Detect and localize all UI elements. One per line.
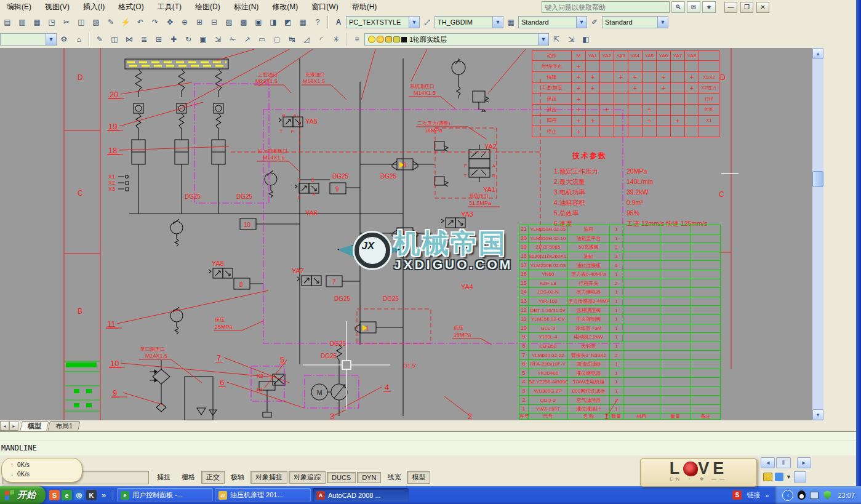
preview-icon[interactable]: ▥ [15, 15, 29, 29]
browser-icon[interactable]: ◎ [74, 490, 84, 500]
mleader-style-combo[interactable]: Standard▼ [602, 16, 668, 28]
status-toggle-对象追踪[interactable]: 对象追踪 [289, 471, 326, 484]
chevron-down-icon[interactable]: ▼ [46, 34, 56, 45]
vertical-scroll-thumb[interactable] [812, 171, 823, 187]
lock-icon[interactable] [385, 36, 392, 42]
task-button[interactable]: AAutoCAD 2008 ... [313, 488, 409, 502]
help-icon[interactable]: ? [311, 15, 324, 29]
join-icon[interactable]: ↹ [285, 33, 298, 46]
scroll-right-icon[interactable]: ► [797, 457, 811, 468]
layer-properties-icon[interactable]: ≡ [350, 33, 364, 46]
tab-layout1[interactable]: 布局1 [47, 421, 81, 431]
trim-icon[interactable]: ✁ [226, 33, 239, 46]
fillet-icon[interactable]: ◜ [314, 33, 328, 46]
layer-combo[interactable]: 1轮廓实线层 ▼ [364, 33, 549, 46]
command-input[interactable]: MANDLINE [0, 441, 856, 455]
menu-item[interactable]: 修改(M) [265, 1, 305, 14]
status-toggle-模型[interactable]: 模型 [407, 471, 430, 484]
copy-icon[interactable]: ◫ [108, 33, 121, 46]
text-style-combo[interactable]: PC_TEXTSTYLE▼ [346, 16, 420, 28]
workspace-settings-icon[interactable]: ⚙︎ [57, 33, 71, 46]
scale-icon[interactable]: ▣ [196, 33, 210, 46]
cut-icon[interactable]: ✂ [60, 15, 73, 29]
scroll-up-icon[interactable]: ▲ [812, 48, 823, 59]
task-button[interactable]: ▱油压机原理 201... [215, 488, 311, 502]
copy-clip-icon[interactable]: ◫ [74, 15, 88, 29]
status-toggle-对象捕捉[interactable]: 对象捕捉 [250, 471, 287, 484]
home-icon[interactable]: ⌂ [72, 33, 86, 46]
command-window[interactable]: MANDLINE [0, 431, 856, 455]
zoom-realtime-icon[interactable]: ⊕ [178, 15, 191, 29]
minimize-button[interactable]: — [724, 2, 737, 13]
comm-center-icon[interactable]: ✉︎ [687, 1, 700, 13]
menu-item[interactable]: 编辑(E) [0, 1, 38, 14]
restore-button[interactable]: ❐ [740, 2, 753, 13]
scroll-down-icon[interactable]: ▼ [812, 409, 823, 420]
status-toggle-极轴[interactable]: 极轴 [226, 471, 249, 484]
sheetset-icon[interactable]: ◨ [266, 15, 280, 29]
properties-icon[interactable]: ▨ [222, 15, 236, 29]
chevron-down-icon[interactable]: ▼ [786, 474, 791, 480]
table-style-combo[interactable]: Standard▼ [518, 16, 587, 28]
status-toggle-DYN[interactable]: DYN [357, 472, 381, 483]
status-toggle-栅格[interactable]: 栅格 [177, 471, 200, 484]
sogou-tray-icon[interactable]: S [732, 490, 742, 500]
stretch-icon[interactable]: ⇲ [211, 33, 225, 46]
chevron-down-icon[interactable]: ▼ [492, 17, 503, 28]
table-style-icon[interactable]: ▦ [504, 15, 518, 29]
rotate-icon[interactable]: ↻ [182, 33, 195, 46]
designcenter-icon[interactable]: ▩ [237, 15, 250, 29]
mirror-icon[interactable]: ⋈ [122, 33, 136, 46]
chevron-down-icon[interactable]: ▼ [409, 17, 419, 28]
k-player-icon[interactable]: K [86, 490, 97, 500]
close-button[interactable]: ✕ [756, 2, 769, 13]
tab-nav-left-icon[interactable]: ◄ [0, 421, 9, 431]
menu-item[interactable]: 视图(V) [38, 1, 76, 14]
ie-green-icon[interactable]: e [62, 490, 72, 500]
task-button[interactable]: e用户控制面板 -... [117, 488, 213, 502]
bulb-icon[interactable] [368, 36, 375, 43]
ime-love-widget[interactable]: LVE EN ・ ❖ —— [640, 458, 757, 487]
zoom-previous-icon[interactable]: ⊟ [207, 15, 221, 29]
zoom-window-icon[interactable]: ⊞ [193, 15, 206, 29]
sogou-icon[interactable]: S [49, 490, 60, 500]
array-icon[interactable]: ⊞ [152, 33, 166, 46]
search-icon[interactable]: 🔍︎ [671, 1, 685, 13]
menu-item[interactable]: 插入(I) [76, 1, 111, 14]
undo-icon[interactable]: ↶ [134, 15, 147, 29]
plot-icon[interactable]: ▤ [1, 15, 14, 29]
antivirus-shield-icon[interactable] [822, 490, 832, 500]
explode-icon[interactable]: ✳ [329, 33, 343, 46]
calculator-icon[interactable]: ▦ [296, 15, 310, 29]
make-object-layer-current-icon[interactable]: ⇱ [550, 33, 563, 46]
dim-style-combo[interactable]: TH_GBDIM▼ [435, 16, 503, 28]
publish-icon[interactable]: ▦ [30, 15, 44, 29]
plot-lock-icon[interactable] [393, 36, 400, 42]
favorites-star-icon[interactable]: ★ [702, 1, 716, 13]
dwf-icon[interactable]: ◳ [45, 15, 58, 29]
menu-item[interactable]: 格式(O) [111, 1, 150, 14]
command-scrollbar[interactable]: ◄ ⫴ ► [761, 457, 811, 468]
ime-status-row[interactable]: EN ・ ❖ —— [641, 476, 756, 482]
menu-item[interactable]: 帮助(H) [345, 1, 384, 14]
network-status-icon[interactable] [809, 490, 819, 500]
dim-style-icon[interactable]: ⤢ [420, 15, 434, 29]
annotation-visibility-icon[interactable] [775, 473, 783, 481]
toolbar-lock-icon[interactable] [763, 473, 772, 481]
menu-item[interactable]: 标注(N) [227, 1, 266, 14]
mleader-style-icon[interactable]: ✐ [588, 15, 601, 29]
tab-model[interactable]: 模型 [20, 421, 49, 431]
menu-item[interactable]: 窗口(W) [305, 1, 345, 14]
markup-icon[interactable]: ◩ [281, 15, 295, 29]
status-toggle-捕捉[interactable]: 捕捉 [152, 471, 175, 484]
chevron-down-icon[interactable]: ▼ [657, 17, 668, 28]
taskbar-clock[interactable]: 23:07 [838, 492, 855, 499]
overflow-chevron[interactable]: » [98, 490, 109, 500]
text-style-icon[interactable]: A [332, 15, 345, 29]
scroll-thumb[interactable]: ⫴ [776, 457, 790, 468]
hide-icons-chevron[interactable]: ‹ [782, 490, 793, 501]
status-toggle-正交[interactable]: 正交 [201, 471, 225, 484]
toolpalettes-icon[interactable]: ▣ [252, 15, 265, 29]
status-toggle-线宽[interactable]: 线宽 [382, 471, 406, 484]
start-button[interactable]: 开始 [0, 486, 46, 504]
